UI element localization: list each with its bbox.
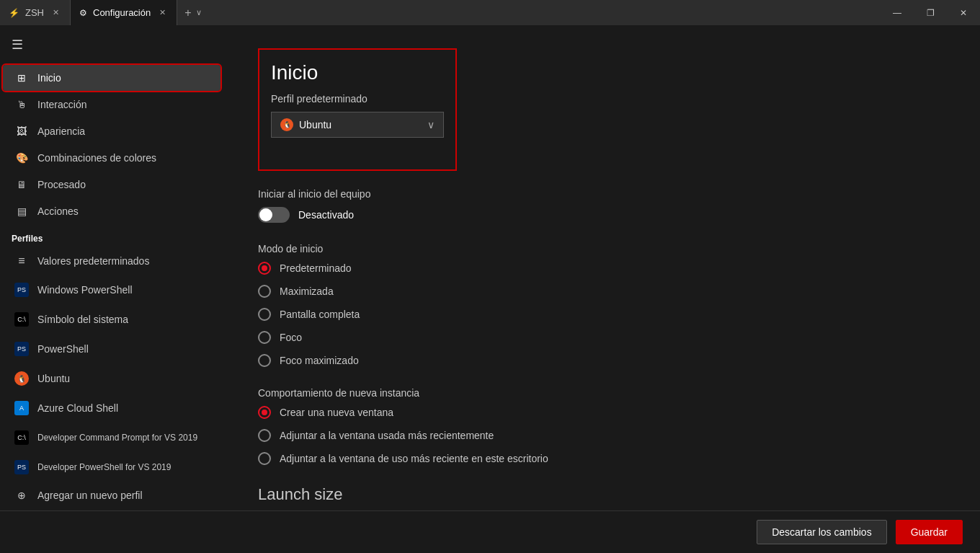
radio-new-window[interactable]: Crear una nueva ventana (258, 406, 945, 419)
radio-circle-pantalla (258, 308, 271, 321)
powershell-icon: PS (14, 342, 29, 356)
save-button[interactable]: Guardar (896, 520, 963, 544)
startup-toggle-text: Desactivado (298, 209, 354, 221)
radio-circle-foco-max (258, 354, 271, 367)
sidebar-item-dev-ps[interactable]: PS Developer PowerShell for VS 2019 (3, 453, 220, 482)
toggle-thumb (259, 208, 272, 221)
sidebar-item-procesado[interactable]: 🖥 Procesado (3, 172, 220, 198)
default-profile-label: Perfil predeterminado (271, 93, 444, 105)
sidebar-item-ubuntu[interactable]: 🐧 Ubuntu (3, 364, 220, 393)
startup-section: Iniciar al inicio del equipo Desactivado (258, 188, 945, 223)
launch-mode-label: Modo de inicio (258, 243, 945, 255)
radio-circle-foco (258, 331, 271, 344)
title-bar: ⚡ ZSH ✕ ⚙ Configuración ✕ + ∨ — ❐ ✕ (0, 0, 980, 25)
sidebar-label-procesado: Procesado (37, 179, 86, 190)
window-controls: — ❐ ✕ (881, 0, 980, 25)
sidebar-label-dev-ps: Developer PowerShell for VS 2019 (37, 462, 171, 472)
dev-cmd-icon: C:\ (14, 430, 29, 445)
sidebar-item-acciones[interactable]: ▤ Acciones (3, 198, 220, 224)
new-instance-label: Comportamiento de nueva instancia (258, 387, 945, 399)
radio-foco[interactable]: Foco (258, 331, 945, 344)
sidebar-item-dev-cmd[interactable]: C:\ Developer Command Prompt for VS 2019 (3, 423, 220, 452)
new-tab-icon: + (184, 6, 191, 19)
cursor-icon: 🖱 (14, 99, 29, 110)
sidebar-label-powershell: PowerShell (37, 343, 89, 355)
sidebar-label-interaccion: Interacción (37, 99, 86, 110)
appearance-icon: 🖼 (14, 125, 29, 137)
azure-icon: A (14, 401, 29, 415)
sidebar: ☰ ⊞ Inicio 🖱 Interacción 🖼 Apariencia 🎨 … (0, 25, 223, 510)
close-button[interactable]: ✕ (947, 0, 980, 25)
sidebar-item-cmd[interactable]: C:\ Símbolo del sistema (3, 305, 220, 334)
devcmd-icon-badge: C:\ (14, 430, 29, 445)
ubuntu-icon: 🐧 (14, 371, 29, 386)
minimize-button[interactable]: — (881, 0, 914, 25)
zsh-icon: ⚡ (9, 8, 19, 18)
startup-toggle[interactable] (258, 207, 290, 223)
hamburger-menu[interactable]: ☰ (0, 31, 223, 64)
sidebar-item-apariencia[interactable]: 🖼 Apariencia (3, 118, 220, 144)
sidebar-item-azure[interactable]: A Azure Cloud Shell (3, 394, 220, 423)
sidebar-item-defaults[interactable]: ≡ Valores predeterminados (3, 247, 220, 275)
discard-button[interactable]: Descartar los cambios (757, 520, 887, 544)
sidebar-label-ubuntu: Ubuntu (37, 373, 70, 384)
page-title: Inicio (271, 61, 444, 84)
startup-toggle-row: Desactivado (258, 207, 945, 223)
sidebar-item-powershell[interactable]: PS PowerShell (3, 335, 220, 363)
radio-circle-attach-desktop (258, 452, 271, 465)
actions-icon: ▤ (14, 205, 29, 217)
add-profile-icon: ⊕ (14, 490, 29, 501)
tab-zsh-close[interactable]: ✕ (50, 7, 61, 19)
radio-predeterminado[interactable]: Predeterminado (258, 262, 945, 275)
sidebar-item-interaccion[interactable]: 🖱 Interacción (3, 92, 220, 118)
maximize-button[interactable]: ❐ (914, 0, 947, 25)
tab-zsh[interactable]: ⚡ ZSH ✕ (0, 0, 71, 25)
radio-pantalla[interactable]: Pantalla completa (258, 308, 945, 321)
sidebar-label-dev-cmd: Developer Command Prompt for VS 2019 (37, 433, 197, 443)
sidebar-label-acciones: Acciones (37, 205, 79, 217)
radio-label-attach-desktop: Adjuntar a la ventana de uso más recient… (280, 453, 548, 464)
launch-mode-section: Modo de inicio Predeterminado Maximizada… (258, 243, 945, 367)
tab-config-label: Configuración (93, 7, 151, 18)
render-icon: 🖥 (14, 179, 29, 190)
radio-attach-desktop[interactable]: Adjuntar a la ventana de uso más recient… (258, 452, 945, 465)
radio-label-foco-max: Foco maximizado (280, 355, 359, 366)
sidebar-item-add-profile[interactable]: ⊕ Agregar un nuevo perfil (3, 482, 220, 508)
content-panel: Inicio Perfil predeterminado 🐧 Ubuntu ∨ … (223, 25, 980, 510)
ps-icon-badge: PS (14, 283, 29, 297)
home-icon: ⊞ (14, 72, 29, 84)
radio-circle-predeterminado (258, 262, 271, 275)
launch-size-heading: Launch size (258, 485, 945, 504)
dropdown-arrow-icon: ∨ (427, 119, 435, 130)
cmd-icon-badge: C:\ (14, 312, 29, 327)
radio-attach-recent[interactable]: Adjuntar a la ventana usada más reciente… (258, 429, 945, 442)
sidebar-item-inicio[interactable]: ⊞ Inicio (3, 65, 220, 91)
tab-config-close[interactable]: ✕ (156, 7, 168, 19)
layers-icon: ≡ (14, 255, 29, 267)
new-tab-button[interactable]: + ∨ (177, 0, 208, 25)
ps2-icon-badge: PS (14, 342, 29, 356)
bottom-bar: Descartar los cambios Guardar (0, 510, 980, 553)
radio-label-predeterminado: Predeterminado (280, 262, 352, 274)
main-layout: ☰ ⊞ Inicio 🖱 Interacción 🖼 Apariencia 🎨 … (0, 25, 980, 510)
new-instance-section: Comportamiento de nueva instancia Crear … (258, 387, 945, 465)
radio-circle-maximizada (258, 285, 271, 298)
color-icon: 🎨 (14, 152, 29, 164)
sidebar-item-powershell-win[interactable]: PS Windows PowerShell (3, 275, 220, 304)
sidebar-label-powershell-win: Windows PowerShell (37, 284, 133, 296)
radio-label-pantalla: Pantalla completa (280, 309, 360, 320)
radio-label-new-window: Crear una nueva ventana (280, 407, 393, 418)
new-instance-radio-group: Crear una nueva ventana Adjuntar a la ve… (258, 406, 945, 465)
tab-config[interactable]: ⚙ Configuración ✕ (71, 0, 177, 25)
sidebar-item-colores[interactable]: 🎨 Combinaciones de colores (3, 145, 220, 171)
radio-foco-max[interactable]: Foco maximizado (258, 354, 945, 367)
default-profile-dropdown[interactable]: 🐧 Ubuntu ∨ (271, 112, 444, 138)
config-icon: ⚙ (79, 8, 87, 18)
profiles-section-label: Perfiles (0, 225, 223, 247)
radio-maximizada[interactable]: Maximizada (258, 285, 945, 298)
inicio-highlight-box: Inicio Perfil predeterminado 🐧 Ubuntu ∨ (258, 48, 457, 171)
sidebar-label-defaults: Valores predeterminados (37, 255, 149, 267)
default-profile-section: Perfil predeterminado 🐧 Ubuntu ∨ (271, 93, 444, 138)
radio-label-foco: Foco (280, 332, 302, 343)
radio-label-maximizada: Maximizada (280, 286, 334, 297)
